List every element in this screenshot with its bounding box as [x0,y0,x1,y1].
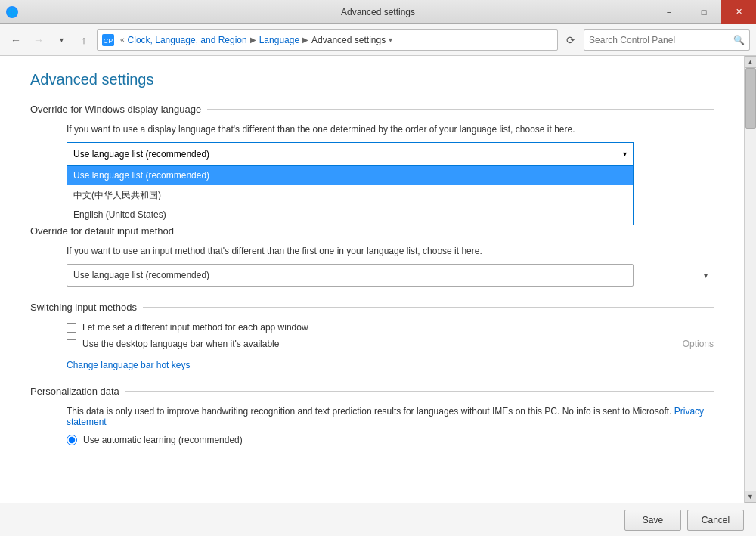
checkbox-1-label: Let me set a different input method for … [82,322,308,333]
title-bar: 🌐 Advanced settings − □ ✕ [0,0,756,24]
dropdown-arrow-icon: ▾ [623,150,627,158]
window-controls: − □ ✕ [652,0,756,24]
address-bar: ← → ▾ ↑ CP « Clock, Language, and Region… [0,24,756,56]
section2-divider [180,231,714,231]
close-button[interactable]: ✕ [721,0,756,24]
search-icon[interactable]: 🔍 [733,35,745,45]
breadcrumb-item-1[interactable]: Clock, Language, and Region [128,35,247,45]
section4-description: This data is only used to improve handwr… [67,406,714,427]
breadcrumb-item-2[interactable]: Language [259,35,299,45]
forward-button[interactable]: → [29,30,48,50]
breadcrumb-dropdown-arrow[interactable]: ▾ [389,36,392,44]
dropdown-option-2[interactable]: 中文(中华人民共和国) [67,185,633,205]
scrollbar-up-button[interactable]: ▲ [745,56,757,68]
radio-1-label: Use automatic learning (recommended) [83,435,243,445]
title-bar-left: 🌐 [6,6,18,18]
search-input[interactable] [589,35,733,45]
checkbox-2-label: Use the desktop language bar when it's a… [82,339,279,349]
section4-title: Personalization data [30,386,119,397]
bottom-bar: Save Cancel [0,503,756,536]
radio-row-1: Use automatic learning (recommended) [67,435,714,445]
dropdown-history-button[interactable]: ▾ [51,30,71,50]
breadcrumb: CP « Clock, Language, and Region ▶ Langu… [97,29,558,51]
radio-automatic-learning[interactable] [67,435,77,445]
main-area: Advanced settings Override for Windows d… [0,56,756,503]
minimize-button[interactable]: − [652,0,686,24]
section-input-method: Override for default input method If you… [30,225,714,287]
svg-text:CP: CP [104,37,113,45]
refresh-button[interactable]: ⟳ [561,30,581,50]
section2-description: If you want to use an input method that'… [67,246,714,256]
dropdown-header[interactable]: Use language list (recommended) ▾ [67,142,634,165]
section4-desc-text: This data is only used to improve handwr… [67,406,674,417]
scrollbar[interactable]: ▲ ▼ [744,56,756,503]
save-button[interactable]: Save [624,510,681,531]
search-box: 🔍 [584,29,750,51]
dropdown-option-1[interactable]: Use language list (recommended) [67,166,633,185]
section1-description: If you want to use a display language th… [67,124,714,135]
breadcrumb-sep3: ▶ [302,36,308,44]
scrollbar-thumb[interactable] [745,68,756,129]
up-button[interactable]: ↑ [74,30,94,50]
section2-title: Override for default input method [30,225,174,237]
input-dropdown-arrow-icon: ▾ [704,271,708,280]
display-language-dropdown[interactable]: Use language list (recommended) ▾ Use la… [67,142,634,165]
window-title: Advanced settings [341,7,415,17]
app-icon: 🌐 [6,6,18,18]
section3-title: Switching input methods [30,302,137,313]
section-display-language: Override for Windows display language If… [30,104,714,165]
section-switching: Switching input methods Let me set a dif… [30,302,714,370]
breadcrumb-sep1: « [120,36,125,44]
dropdown-list: Use language list (recommended) 中文(中华人民共… [67,165,634,225]
svg-text:🌐: 🌐 [8,8,17,17]
dropdown-option-3[interactable]: English (United States) [67,205,633,225]
cancel-button[interactable]: Cancel [687,510,744,531]
input-method-dropdown[interactable]: Use language list (recommended) 中文(中华人民共… [67,264,634,287]
section1-header: Override for Windows display language [30,104,714,115]
maximize-button[interactable]: □ [686,0,721,24]
back-button[interactable]: ← [6,30,26,50]
section4-divider [125,391,714,392]
breadcrumb-sep2: ▶ [250,36,256,44]
checkbox-row-2: Use the desktop language bar when it's a… [67,339,714,349]
checkbox-desktop-bar[interactable] [67,339,76,349]
options-link[interactable]: Options [683,339,714,349]
input-method-dropdown-wrapper: Use language list (recommended) 中文(中华人民共… [67,264,714,287]
dropdown-selected-value: Use language list (recommended) [73,149,209,160]
page-title: Advanced settings [30,71,714,88]
hotkeys-link[interactable]: Change language bar hot keys [67,360,190,370]
checkbox-different-input[interactable] [67,323,76,333]
section4-header: Personalization data [30,386,714,397]
section3-divider [143,307,714,308]
section1-divider [207,109,714,110]
breadcrumb-current: Advanced settings [311,35,386,45]
section3-header: Switching input methods [30,302,714,313]
section2-header: Override for default input method [30,225,714,237]
scrollbar-track[interactable] [745,68,757,491]
section1-title: Override for Windows display language [30,104,201,115]
content-area: Advanced settings Override for Windows d… [0,56,744,503]
section-personalization: Personalization data This data is only u… [30,386,714,445]
checkbox-row-1: Let me set a different input method for … [67,322,714,333]
scrollbar-down-button[interactable]: ▼ [745,491,757,503]
